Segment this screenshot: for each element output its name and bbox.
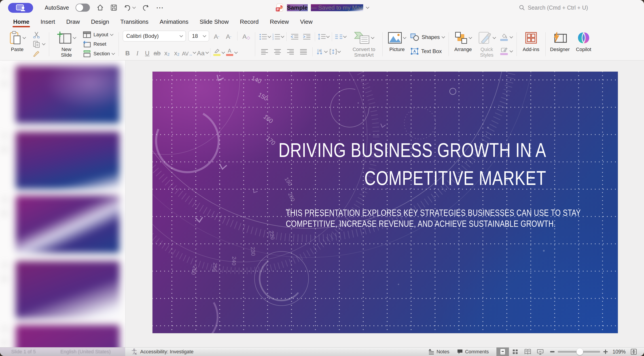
new-slide-menu-chevron[interactable] xyxy=(73,36,76,39)
tab-review[interactable]: Review xyxy=(264,15,294,28)
align-left-button[interactable] xyxy=(259,49,270,55)
tab-home[interactable]: Home xyxy=(8,15,35,28)
paste-button[interactable]: Paste xyxy=(5,29,30,59)
addins-button[interactable]: Add-ins xyxy=(521,29,541,59)
slide-sorter-view-button[interactable] xyxy=(509,347,522,356)
shape-fill-button[interactable] xyxy=(500,33,512,42)
undo-menu-chevron[interactable] xyxy=(132,5,136,9)
font-name-combobox[interactable]: Calibri (Body) xyxy=(123,31,186,41)
change-case-chevron[interactable] xyxy=(205,50,209,54)
reading-view-button[interactable] xyxy=(522,347,534,356)
paste-menu-chevron[interactable] xyxy=(22,36,26,39)
tab-animations[interactable]: Animations xyxy=(154,15,194,28)
tab-insert[interactable]: Insert xyxy=(35,15,60,28)
tab-design[interactable]: Design xyxy=(86,15,115,28)
text-highlight-button[interactable] xyxy=(212,48,222,58)
section-button[interactable]: Section xyxy=(83,49,114,58)
zoom-slider-knob[interactable] xyxy=(576,348,583,355)
autosave-toggle[interactable] xyxy=(76,4,90,12)
copy-menu-chevron[interactable] xyxy=(42,42,46,46)
cut-button[interactable] xyxy=(33,30,45,39)
save-icon[interactable] xyxy=(110,4,117,11)
zoom-out-button[interactable] xyxy=(550,351,554,352)
shape-outline-button[interactable] xyxy=(500,47,512,56)
bold-button[interactable]: B xyxy=(123,48,132,58)
change-case-button[interactable]: Aa xyxy=(196,48,206,58)
convert-smartart-button[interactable]: Convert to SmartArt xyxy=(349,29,378,59)
italic-button[interactable]: I xyxy=(132,48,142,58)
more-commands-icon[interactable]: ⋯ xyxy=(156,3,164,12)
decrease-indent-button[interactable] xyxy=(289,34,300,40)
new-slide-button[interactable]: New Slide xyxy=(53,29,80,59)
comments-toggle[interactable]: Comments xyxy=(457,349,489,355)
font-color-chevron[interactable] xyxy=(234,50,238,54)
reset-button[interactable]: Reset xyxy=(83,40,114,49)
zoom-slider[interactable] xyxy=(558,351,600,353)
undo-icon[interactable] xyxy=(124,4,135,11)
tab-draw[interactable]: Draw xyxy=(60,15,86,28)
section-icon xyxy=(83,50,91,57)
copilot-button[interactable]: Copilot xyxy=(573,29,594,59)
slide-thumbnail-4[interactable] xyxy=(16,261,120,319)
quick-styles-button[interactable]: Quick Styles xyxy=(476,29,497,59)
increase-font-size-button[interactable]: Aˆ xyxy=(212,31,221,41)
slide-thumbnail-3[interactable] xyxy=(16,196,120,253)
search-input[interactable]: Search (Cmd + Ctrl + U) xyxy=(519,3,613,12)
designer-button[interactable]: Designer xyxy=(550,29,570,59)
slide-title[interactable]: DRIVING BUSINESS GROWTH IN A COMPETITIVE… xyxy=(212,136,546,192)
highlight-color-chevron[interactable] xyxy=(222,50,225,54)
slideshow-view-button[interactable] xyxy=(534,347,546,356)
numbering-button[interactable]: 123 xyxy=(272,33,284,40)
font-size-combobox[interactable]: 18 xyxy=(188,31,209,41)
slide-thumbnail-2[interactable] xyxy=(16,132,120,189)
decrease-font-size-button[interactable]: Aˇ xyxy=(224,31,233,41)
redo-icon[interactable] xyxy=(142,4,149,11)
layout-button[interactable]: Layout xyxy=(83,30,114,39)
slide-thumbnail-panel[interactable]: 1 ★ 2 ★ 3 ★ 4 ★ 5 ★ xyxy=(0,60,126,347)
accessibility-status[interactable]: Accessibility: Investigate xyxy=(140,349,194,355)
character-spacing-button[interactable]: AV↔ xyxy=(182,48,192,58)
align-text-vertical-button[interactable] xyxy=(330,49,340,55)
notes-toggle[interactable]: Notes xyxy=(428,349,449,355)
document-title[interactable]: P Sample — Saved to my Mac xyxy=(275,0,369,15)
format-painter-button[interactable] xyxy=(33,49,45,58)
copy-button[interactable] xyxy=(33,40,45,49)
columns-button[interactable] xyxy=(335,34,346,39)
normal-view-button[interactable] xyxy=(496,347,509,356)
line-spacing-button[interactable] xyxy=(318,34,329,40)
bullets-button[interactable] xyxy=(259,34,270,40)
slide-editor-canvas[interactable]: 140 150 160 170 190 200 210 220 230 240 … xyxy=(126,60,644,347)
subscript-button[interactable]: x2 xyxy=(172,48,181,58)
zoom-percentage[interactable]: 109% xyxy=(610,349,626,355)
arrange-button[interactable]: Arrange xyxy=(453,29,474,59)
tab-transitions[interactable]: Transitions xyxy=(115,15,154,28)
presenter-view-button[interactable] xyxy=(8,3,33,13)
tab-record[interactable]: Record xyxy=(234,15,264,28)
text-direction-button[interactable]: A xyxy=(316,49,327,55)
tab-view[interactable]: View xyxy=(294,15,318,28)
slide-subtitle[interactable]: THIS PRESENTATION EXPLORES KEY STRATEGIE… xyxy=(251,207,568,229)
align-right-button[interactable] xyxy=(285,49,296,55)
slide-thumbnail-1[interactable] xyxy=(16,66,120,123)
slide-canvas[interactable]: 140 150 160 170 190 200 210 220 230 240 … xyxy=(152,72,618,333)
justify-button[interactable] xyxy=(298,49,309,55)
picture-button[interactable]: Picture xyxy=(386,29,407,59)
text-box-button[interactable]: A Text Box xyxy=(410,47,444,56)
shapes-button[interactable]: Shapes xyxy=(410,33,444,42)
superscript-button[interactable]: x2 xyxy=(162,48,172,58)
clear-formatting-button[interactable]: A◇ xyxy=(242,31,251,41)
language-indicator[interactable]: English (United States) xyxy=(60,349,111,355)
slide-thumbnail-5[interactable] xyxy=(16,325,120,347)
character-spacing-chevron[interactable] xyxy=(192,50,196,54)
tab-slideshow[interactable]: Slide Show xyxy=(194,15,234,28)
zoom-in-button[interactable] xyxy=(603,349,608,354)
font-color-button[interactable]: A xyxy=(225,48,234,58)
fit-slide-to-window-button[interactable] xyxy=(628,347,640,356)
underline-button[interactable]: U xyxy=(142,48,152,58)
increase-indent-button[interactable] xyxy=(302,34,312,40)
home-icon[interactable] xyxy=(96,4,104,11)
strikethrough-button[interactable]: ab xyxy=(152,48,162,58)
title-menu-chevron[interactable] xyxy=(366,5,370,9)
align-center-button[interactable] xyxy=(272,49,283,55)
font-size-value: 18 xyxy=(192,33,198,39)
